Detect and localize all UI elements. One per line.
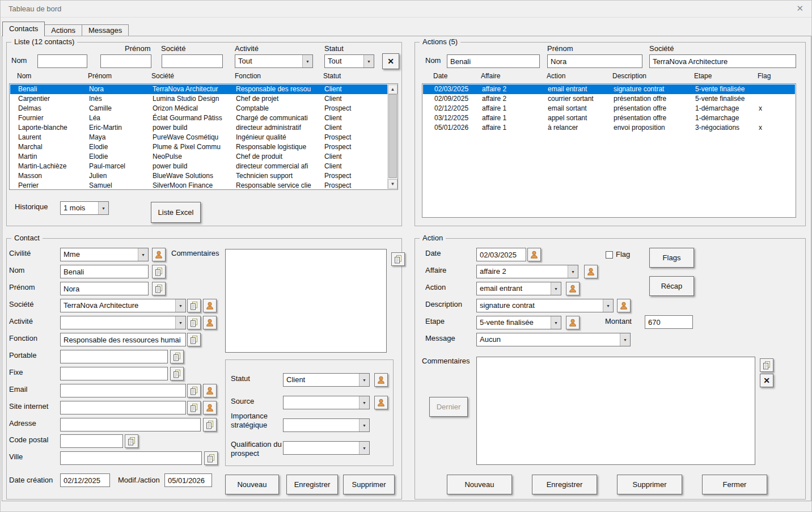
flags-button[interactable]: Flags [649, 248, 694, 268]
ville-input[interactable] [60, 451, 202, 465]
adresse-input[interactable] [60, 418, 201, 431]
action-date-input[interactable] [476, 248, 526, 261]
contact-row[interactable]: BenaliNoraTerraNova ArchitecturResponsab… [10, 84, 387, 94]
dropdown-arrow-icon[interactable]: ▼ [359, 396, 369, 409]
lookup-civilite-button[interactable] [152, 248, 166, 261]
civilite-combobox[interactable]: Mme ▼ [60, 248, 149, 261]
lookup-date-button[interactable] [527, 248, 541, 261]
contact-row[interactable]: MarchalElodiePlume & Pixel CommuResponsa… [10, 142, 387, 152]
contact-nom-input[interactable] [60, 265, 149, 278]
copy-site-button[interactable] [187, 401, 201, 414]
actions-nom-input[interactable] [447, 54, 540, 68]
copy-fixe-button[interactable] [170, 367, 184, 380]
clear-comment-button[interactable]: ✕ [760, 374, 773, 387]
copy-ville-button[interactable] [204, 451, 218, 465]
contacts-scrollbar[interactable]: ▲ ▼ [387, 84, 397, 189]
code-postal-input[interactable] [60, 434, 123, 448]
action-row[interactable]: 05/01/2026affaire 1à relancerenvoi propo… [423, 123, 795, 133]
modif-action-input[interactable] [164, 473, 212, 487]
action-type-combobox[interactable]: email entrant ▼ [476, 282, 561, 295]
dropdown-arrow-icon[interactable]: ▼ [603, 299, 613, 312]
statut-filter-combobox[interactable]: Tout ▼ [324, 54, 374, 68]
dropdown-arrow-icon[interactable]: ▼ [175, 299, 185, 312]
dropdown-arrow-icon[interactable]: ▼ [138, 248, 148, 261]
contact-prenom-input[interactable] [60, 282, 149, 295]
contact-row[interactable]: Laporte-blancheEric-Martinpower builddir… [10, 123, 387, 133]
dropdown-arrow-icon[interactable]: ▼ [551, 282, 561, 295]
contact-row[interactable]: MassonJulienBlueWave SolutionsTechnicien… [10, 171, 387, 181]
actions-prenom-input[interactable] [547, 54, 642, 68]
lookup-affaire-button[interactable] [584, 265, 598, 278]
societe-combobox[interactable]: TerraNova Architecture ▼ [60, 299, 186, 312]
scrollbar-thumb[interactable] [388, 94, 397, 178]
nom-filter-input[interactable] [37, 54, 87, 68]
action-commentaires-textarea[interactable] [476, 357, 755, 465]
dropdown-arrow-icon[interactable]: ▼ [363, 55, 374, 67]
dropdown-arrow-icon[interactable]: ▼ [359, 374, 369, 386]
fixe-input[interactable] [60, 367, 168, 380]
fermer-button[interactable]: Fermer [702, 475, 767, 494]
activite-filter-combobox[interactable]: Tout ▼ [235, 54, 313, 68]
copy-portable-button[interactable] [170, 350, 184, 363]
liste-excel-button[interactable]: Liste Excel [151, 202, 201, 223]
qualification-combobox[interactable]: ▼ [283, 441, 370, 455]
tab-actions[interactable]: Actions [44, 24, 82, 36]
lookup-action-button[interactable] [566, 282, 580, 295]
dropdown-arrow-icon[interactable]: ▼ [175, 316, 185, 329]
prenom-filter-input[interactable] [100, 54, 151, 68]
scroll-up-button[interactable]: ▲ [388, 84, 397, 94]
lookup-email-button[interactable] [203, 384, 217, 397]
dropdown-arrow-icon[interactable]: ▼ [620, 333, 630, 346]
contact-row[interactable]: DelmasCamilleOrizon MédicalComptablePros… [10, 104, 387, 113]
tab-messages[interactable]: Messages [82, 24, 129, 36]
nouveau-contact-button[interactable]: Nouveau [225, 475, 279, 494]
copy-commentaires-button[interactable] [391, 252, 405, 266]
activite-combobox[interactable]: ▼ [60, 316, 186, 329]
lookup-statut-button[interactable] [374, 373, 388, 387]
lookup-site-button[interactable] [203, 401, 217, 414]
copy-societe-button[interactable] [187, 299, 201, 312]
dropdown-arrow-icon[interactable]: ▼ [98, 202, 108, 214]
dropdown-arrow-icon[interactable]: ▼ [359, 442, 369, 454]
contact-row[interactable]: Martin-LachièzePaul-marcelpower builddir… [10, 162, 387, 171]
window-close-button[interactable]: ✕ [796, 3, 803, 14]
historique-combobox[interactable]: 1 mois ▼ [60, 201, 109, 215]
action-row[interactable]: 02/12/2025affaire 1email sortantprésenta… [423, 104, 795, 113]
fonction-input[interactable] [60, 333, 186, 346]
flag-checkbox[interactable] [606, 251, 613, 259]
societe-filter-input[interactable] [162, 54, 223, 68]
copy-activite-button[interactable] [187, 316, 201, 329]
dropdown-arrow-icon[interactable]: ▼ [568, 265, 578, 278]
portable-input[interactable] [60, 350, 168, 363]
lookup-source-button[interactable] [374, 396, 388, 409]
clear-filters-button[interactable]: ✕ [382, 53, 399, 69]
contact-row[interactable]: MartinElodieNeoPulseChef de produitClien… [10, 152, 387, 162]
scroll-down-button[interactable]: ▼ [388, 179, 397, 189]
action-row[interactable]: 02/03/2025affaire 2email entrantsignatur… [423, 84, 795, 94]
lookup-description-button[interactable] [617, 299, 631, 312]
site-input[interactable] [60, 401, 186, 414]
dropdown-arrow-icon[interactable]: ▼ [302, 55, 312, 67]
copy-code-postal-button[interactable] [125, 434, 138, 448]
action-row[interactable]: 02/09/2025affaire 2courrier sortantprése… [423, 94, 795, 104]
nouveau-action-button[interactable]: Nouveau [447, 475, 512, 494]
enregistrer-contact-button[interactable]: Enregistrer [286, 475, 338, 494]
lookup-societe-button[interactable] [203, 299, 217, 312]
contact-row[interactable]: CarpentierInèsLumina Studio DesignChef d… [10, 94, 387, 104]
copy-prenom-button[interactable] [152, 282, 166, 295]
contact-row[interactable]: FournierLéaÉclat Gourmand PâtissChargé d… [10, 113, 387, 123]
supprimer-contact-button[interactable]: Supprimer [343, 475, 395, 494]
recap-button[interactable]: Récap [649, 276, 694, 296]
statut-combobox[interactable]: Client ▼ [283, 373, 370, 387]
dropdown-arrow-icon[interactable]: ▼ [551, 316, 561, 329]
dropdown-arrow-icon[interactable]: ▼ [359, 419, 369, 431]
copy-action-commentaires-button[interactable] [760, 358, 773, 372]
lookup-etape-button[interactable] [566, 316, 580, 329]
lookup-activite-button[interactable] [203, 316, 217, 329]
contact-row[interactable]: PerrierSamuelSilverMoon FinanceResponsab… [10, 181, 387, 189]
message-combobox[interactable]: Aucun ▼ [476, 333, 631, 346]
email-input[interactable] [60, 384, 186, 397]
contact-row[interactable]: LaurentMayaPureWave CosmétiquIngénieur q… [10, 133, 387, 142]
affaire-combobox[interactable]: affaire 2 ▼ [476, 265, 578, 278]
description-combobox[interactable]: signature contrat ▼ [476, 299, 614, 312]
